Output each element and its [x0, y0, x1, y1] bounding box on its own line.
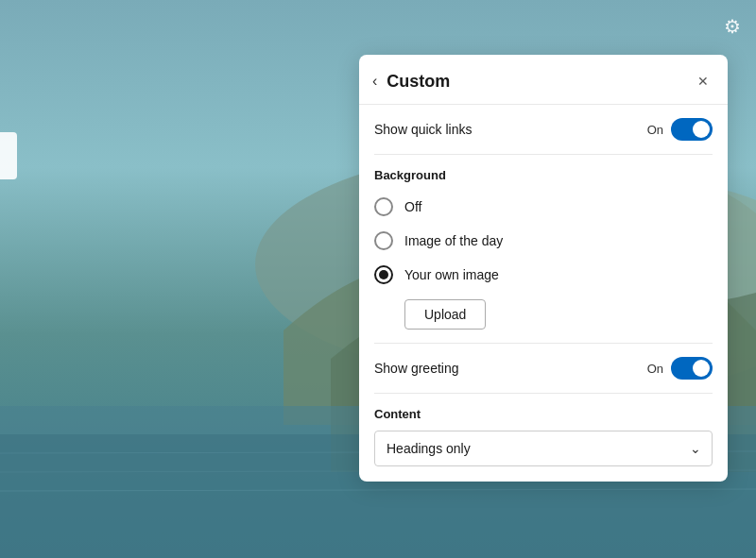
- radio-image-day-label: Image of the day: [404, 233, 503, 248]
- show-greeting-on-label: On: [647, 362, 663, 376]
- content-section: Content Headings only Full articles Off …: [359, 394, 728, 482]
- radio-off[interactable]: [374, 197, 393, 216]
- panel-title: Custom: [387, 72, 450, 92]
- radio-own-image[interactable]: [374, 265, 393, 284]
- radio-image-day-row[interactable]: Image of the day: [359, 224, 728, 258]
- back-icon: ‹: [372, 73, 377, 90]
- left-tab: [0, 132, 17, 179]
- show-greeting-toggle[interactable]: [671, 357, 713, 380]
- back-button[interactable]: ‹: [370, 71, 383, 92]
- header-left: ‹ Custom: [370, 71, 450, 92]
- background-section-label: Background: [359, 155, 728, 190]
- content-dropdown-wrapper: Headings only Full articles Off ⌄: [374, 431, 713, 466]
- close-button[interactable]: ✕: [694, 70, 713, 93]
- quick-links-control: On: [647, 118, 713, 141]
- quick-links-label: Show quick links: [374, 122, 472, 137]
- quick-links-toggle[interactable]: [671, 118, 713, 141]
- gear-icon: ⚙: [724, 16, 741, 37]
- gear-button[interactable]: ⚙: [724, 15, 741, 38]
- panel-header: ‹ Custom ✕: [359, 55, 728, 105]
- upload-button[interactable]: Upload: [404, 299, 486, 330]
- close-icon: ✕: [697, 74, 709, 89]
- quick-links-row: Show quick links On: [359, 105, 728, 154]
- show-greeting-label: Show greeting: [374, 361, 459, 376]
- radio-own-image-label: Your own image: [404, 267, 499, 282]
- radio-off-label: Off: [404, 199, 421, 214]
- content-dropdown[interactable]: Headings only Full articles Off: [374, 431, 713, 466]
- radio-own-image-row[interactable]: Your own image: [359, 258, 728, 292]
- upload-area: Upload: [359, 292, 728, 343]
- show-greeting-row: Show greeting On: [359, 344, 728, 393]
- show-greeting-control: On: [647, 357, 713, 380]
- radio-image-day[interactable]: [374, 231, 393, 250]
- radio-off-row[interactable]: Off: [359, 190, 728, 224]
- custom-panel: ‹ Custom ✕ Show quick links On Backgroun…: [359, 55, 728, 482]
- quick-links-on-label: On: [647, 123, 663, 137]
- content-section-label: Content: [374, 407, 713, 421]
